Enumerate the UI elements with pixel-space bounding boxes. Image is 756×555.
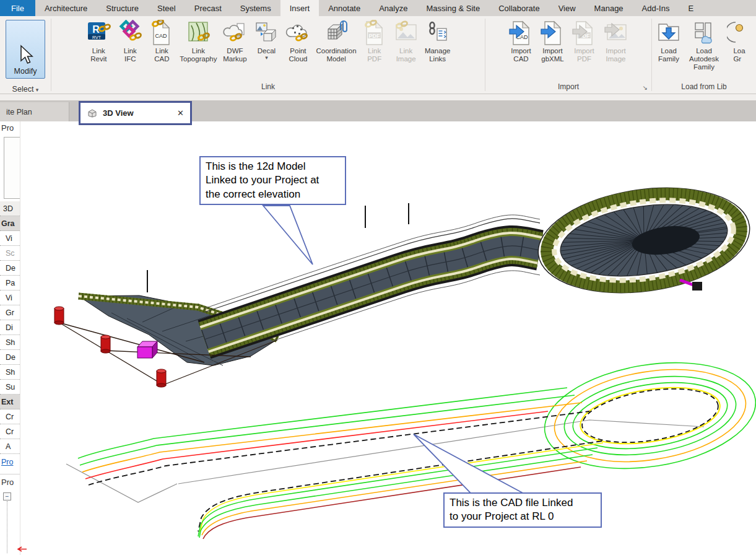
view-type-row[interactable]: 3D <box>0 201 20 216</box>
select-panel: Modify Select ▾ <box>0 16 51 94</box>
extents-section-header[interactable]: Ext <box>0 395 20 409</box>
tab-massing-site[interactable]: Massing & Site <box>417 0 489 16</box>
link-image-button[interactable]: Link Image <box>393 19 420 63</box>
point-cloud-button[interactable]: Point Cloud <box>284 19 311 63</box>
load-family-button[interactable]: Load Family <box>655 19 682 63</box>
import-pdf-button[interactable]: PDF Import PDF <box>571 19 598 63</box>
property-row[interactable]: Cr <box>0 409 20 424</box>
manage-links-icon <box>424 19 451 47</box>
dialog-launcher-icon[interactable]: ↘ <box>643 82 648 94</box>
tab-annotate[interactable]: Annotate <box>319 0 370 16</box>
coordination-model-icon <box>323 19 350 47</box>
tree-dotted-line <box>7 501 7 553</box>
tab-insert[interactable]: Insert <box>280 0 319 16</box>
property-row[interactable]: Sh <box>0 335 20 350</box>
property-row[interactable]: Gr <box>0 305 20 320</box>
dwf-markup-button[interactable]: DWF Markup <box>221 19 248 63</box>
properties-header: Pro <box>0 121 20 135</box>
model-scene[interactable] <box>20 121 756 555</box>
load-panel-label: Load from Lib <box>652 81 756 94</box>
import-gbxml-button[interactable]: Import gbXML <box>539 19 567 63</box>
svg-text:RVT: RVT <box>92 35 102 40</box>
load-autodesk-family-icon <box>690 19 718 47</box>
properties-help-link[interactable]: Pro <box>0 454 20 470</box>
load-family-icon <box>655 19 682 47</box>
tab-architecture[interactable]: Architecture <box>35 0 97 16</box>
link-cad-button[interactable]: CAD Link CAD <box>148 19 175 63</box>
tab-3d-view[interactable]: 3D View <box>103 108 134 118</box>
link-panel: R RVT Link Revit Link IFC <box>51 16 485 94</box>
property-row[interactable]: Sh <box>0 365 20 380</box>
tab-view[interactable]: View <box>549 0 585 16</box>
select-panel-label[interactable]: Select ▾ <box>0 85 51 94</box>
drawing-area[interactable]: This is the 12d Model Linked to your Pro… <box>20 121 756 555</box>
import-cad-button[interactable]: CAD Import CAD <box>508 19 535 63</box>
coordination-model-button[interactable]: Coordination Model <box>316 19 356 63</box>
ribbon: Modify Select ▾ R RVT Link Revit <box>0 16 756 94</box>
link-pdf-icon: PDF <box>361 19 388 47</box>
callout-cad-file: This is the CAD file Linked to your Proj… <box>443 492 602 528</box>
project-browser-tree: − <box>0 490 20 555</box>
tab-site-plan[interactable]: ite Plan <box>0 102 69 121</box>
link-topography-icon <box>185 19 212 47</box>
link-pdf-button[interactable]: PDF Link PDF <box>361 19 388 63</box>
property-row[interactable]: De <box>0 350 20 365</box>
main-area: Pro 3D Gra Vi Sc De Pa Vi Gr Di Sh De Sh… <box>0 121 756 555</box>
link-ifc-icon <box>116 19 144 47</box>
modify-label: Modify <box>14 67 37 76</box>
load-as-group-button[interactable]: Loa Gr <box>726 19 753 63</box>
import-panel-label: Import ↘ <box>485 81 651 94</box>
link-image-icon <box>393 19 420 47</box>
tab-analyze[interactable]: Analyze <box>370 0 417 16</box>
svg-text:PDF: PDF <box>368 33 380 39</box>
link-revit-button[interactable]: R RVT Link Revit <box>85 19 112 63</box>
property-row[interactable]: Cr <box>0 424 20 439</box>
svg-text:CAD: CAD <box>155 33 168 39</box>
magenta-control-box <box>137 341 157 358</box>
load-autodesk-family-button[interactable]: Load Autodesk Family <box>687 19 721 71</box>
active-view-tab-highlight: 3D View ✕ <box>79 101 192 125</box>
dwf-markup-icon <box>221 19 248 47</box>
property-row[interactable]: A <box>0 439 20 454</box>
tab-file[interactable]: File <box>0 0 35 16</box>
tab-export-clipped[interactable]: E <box>679 0 703 16</box>
property-row[interactable]: Su <box>0 380 20 395</box>
close-tab-icon[interactable]: ✕ <box>177 108 184 118</box>
tab-systems[interactable]: Systems <box>231 0 280 16</box>
tab-collaborate[interactable]: Collaborate <box>489 0 549 16</box>
import-image-button[interactable]: Import Image <box>602 19 630 63</box>
revit-window: File Architecture Structure Steel Precas… <box>0 0 756 555</box>
property-row[interactable]: Vi <box>0 231 20 246</box>
property-row[interactable]: Pa <box>0 276 20 291</box>
property-row[interactable]: Sc <box>0 246 20 261</box>
callout-12d-model: This is the 12d Model Linked to your Pro… <box>199 156 346 205</box>
cursor-icon <box>17 45 33 67</box>
chevron-down-icon: ▾ <box>36 87 39 93</box>
decal-icon <box>253 19 280 47</box>
property-row[interactable]: Vi <box>0 291 20 305</box>
point-cloud-icon <box>284 19 311 47</box>
tab-precast[interactable]: Precast <box>185 0 231 16</box>
tab-structure[interactable]: Structure <box>97 0 148 16</box>
graphics-section-header[interactable]: Gra <box>0 216 20 231</box>
cad-contours[interactable] <box>66 349 756 539</box>
manage-links-button[interactable]: Manage Links <box>424 19 451 63</box>
link-ifc-button[interactable]: Link IFC <box>116 19 144 63</box>
modify-button[interactable]: Modify <box>6 20 45 79</box>
tab-steel[interactable]: Steel <box>148 0 185 16</box>
tab-manage[interactable]: Manage <box>585 0 633 16</box>
link-revit-icon: R RVT <box>85 19 112 47</box>
property-row[interactable]: Di <box>0 320 20 335</box>
view-3d-icon <box>87 108 98 118</box>
decal-button[interactable]: Decal ▾ <box>253 19 280 60</box>
link-panel-label: Link <box>51 81 485 94</box>
tree-expander[interactable]: − <box>3 492 11 500</box>
import-image-icon <box>602 19 630 47</box>
tab-add-ins[interactable]: Add-Ins <box>633 0 679 16</box>
chevron-down-icon: ▾ <box>265 55 268 60</box>
link-topography-button[interactable]: Link Topography <box>180 19 217 63</box>
property-row[interactable]: De <box>0 261 20 276</box>
import-gbxml-icon <box>539 19 567 47</box>
model-3d[interactable] <box>79 175 756 365</box>
load-panel: Load Family Load Autodesk Family Loa Gr <box>652 16 756 94</box>
